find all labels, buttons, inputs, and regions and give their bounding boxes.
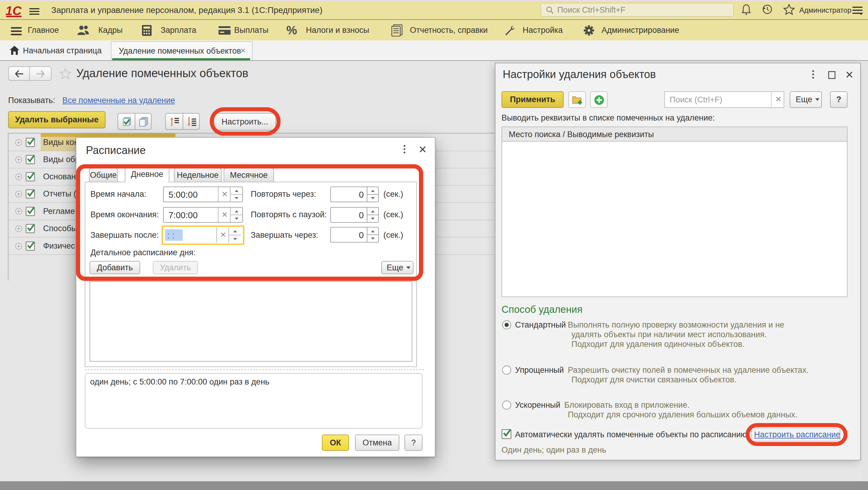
row-checkbox[interactable] [26, 241, 35, 251]
menu-item-vyplaty[interactable]: Выплаты [234, 20, 269, 40]
menu-item-otchetnost[interactable]: Отчетность, справки [410, 20, 488, 40]
end-time-spin-down[interactable] [230, 215, 243, 222]
row-checkbox[interactable] [26, 207, 35, 216]
add-button[interactable] [590, 91, 608, 108]
top-menu-icon[interactable] [29, 7, 39, 16]
uncheck-all-icon[interactable] [138, 117, 149, 127]
finish-after-spin-down[interactable] [229, 235, 241, 243]
radio-standard[interactable] [502, 320, 511, 329]
start-time-field[interactable]: 5:00:00 ✕ [163, 187, 243, 202]
check-all-icon[interactable] [122, 117, 132, 127]
cancel-button[interactable]: Отмена [355, 434, 399, 451]
expand-icon[interactable] [15, 190, 22, 198]
menu-item-kadry[interactable]: Кадры [98, 20, 123, 40]
nav-back-button[interactable] [8, 66, 30, 81]
expand-icon[interactable] [15, 173, 22, 181]
expand-icon[interactable] [15, 208, 22, 215]
finish-after-clear-icon[interactable]: ✕ [220, 231, 226, 239]
menu-item-nalogi[interactable]: Налоги и взносы [306, 20, 369, 40]
repeat-spin-down[interactable] [367, 195, 378, 202]
row-label: Отчеты ( [43, 189, 76, 198]
tab-home[interactable]: Начальная страница [23, 41, 101, 60]
start-time-value: 5:00:00 [168, 190, 198, 200]
grid-body[interactable] [501, 142, 847, 297]
expand-icon[interactable] [15, 243, 22, 250]
expand-icon[interactable] [15, 139, 22, 146]
sections-menu-icon[interactable] [11, 25, 22, 37]
home-icon[interactable] [9, 45, 20, 56]
expand-icon[interactable] [15, 156, 22, 163]
radio-simplified[interactable] [502, 366, 511, 375]
tab-active[interactable]: Удаление помеченных объектов × [111, 41, 253, 60]
panel-more-button[interactable]: Еще [789, 91, 822, 108]
panel-restore-icon[interactable] [828, 71, 835, 79]
schedule-link[interactable]: Настроить расписание [754, 430, 840, 439]
page-favorite-star-icon[interactable] [59, 67, 72, 80]
row-checkbox[interactable] [26, 155, 35, 164]
row-checkbox[interactable] [26, 172, 35, 181]
start-time-clear-icon[interactable]: ✕ [221, 190, 228, 198]
notifications-bell-icon[interactable] [741, 4, 752, 16]
dialog-kebab-icon[interactable] [403, 144, 406, 155]
dialog-tab-mesyachnoe[interactable]: Месячное [224, 168, 274, 182]
folder-add-icon [572, 95, 583, 105]
show-filter-link[interactable]: Все помеченные на удаление [62, 96, 175, 105]
remove-day-button[interactable]: Удалить [153, 261, 198, 274]
add-day-button[interactable]: Добавить [90, 261, 140, 274]
user-menu-icon[interactable] [852, 5, 863, 16]
dialog-help-button[interactable]: ? [404, 434, 423, 451]
menu-item-zarplata[interactable]: Зарплата [161, 20, 196, 40]
finish-in-spin-up[interactable] [367, 227, 378, 235]
end-time-field[interactable]: 7:00:00 ✕ [163, 207, 243, 223]
ok-button[interactable]: ОК [322, 434, 349, 451]
configure-button[interactable]: Настроить... [214, 113, 276, 130]
dialog-tab-obschie[interactable]: Общие [89, 168, 118, 182]
apply-button[interactable]: Применить [501, 91, 564, 108]
panel-search-clear-icon[interactable]: ✕ [775, 95, 782, 104]
auto-delete-checkbox[interactable] [501, 429, 512, 439]
global-search-input[interactable]: Поиск Ctrl+Shift+F [541, 3, 734, 17]
pause-spin-down[interactable] [367, 215, 378, 222]
dialog-tab-nedelnoe[interactable]: Недельное [174, 168, 221, 182]
folder-add-button[interactable] [568, 91, 586, 108]
panel-search-input[interactable]: Поиск (Ctrl+F) ✕ [664, 91, 784, 108]
row-checkbox[interactable] [26, 138, 35, 147]
repeat-field[interactable]: 0 [330, 187, 379, 202]
pause-field[interactable]: 0 [330, 207, 379, 223]
grid-header[interactable]: Место поиска / Выводимые реквизиты [501, 127, 847, 142]
finish-in-field[interactable]: 0 [330, 227, 379, 243]
history-icon[interactable] [762, 4, 773, 15]
nav-forward-button[interactable] [30, 66, 52, 81]
dialog-tab-dnevnoe[interactable]: Дневное [125, 165, 169, 182]
radio-simplified-label: Упрощенный [515, 366, 564, 375]
finish-after-field[interactable]: : : ✕ [161, 225, 244, 245]
pause-spin-up[interactable] [367, 208, 378, 215]
finish-after-spin-up[interactable] [229, 227, 241, 235]
menu-item-glavnoe[interactable]: Главное [28, 20, 59, 40]
end-time-clear-icon[interactable]: ✕ [221, 210, 228, 219]
sort-asc-icon[interactable] [169, 117, 180, 127]
delete-selected-button[interactable]: Удалить выбранные [8, 111, 105, 128]
panel-close-icon[interactable]: ✕ [845, 69, 854, 81]
finish-in-spin-down[interactable] [367, 235, 378, 242]
dialog-close-icon[interactable]: ✕ [418, 144, 427, 155]
panel-help-button[interactable]: ? [830, 91, 847, 108]
repeat-spin-up[interactable] [367, 187, 378, 194]
user-name[interactable]: Администратор [799, 1, 851, 19]
dialog-more-button[interactable]: Еще [381, 261, 413, 274]
sort-desc-icon[interactable] [187, 117, 197, 127]
menu-item-administrirovanie[interactable]: Администрирование [601, 20, 679, 40]
tab-close-icon[interactable]: × [241, 46, 245, 56]
start-time-spin-up[interactable] [230, 187, 243, 194]
expand-icon[interactable] [15, 225, 22, 232]
start-time-spin-down[interactable] [230, 195, 243, 202]
day-schedule-list[interactable] [90, 281, 412, 362]
favorites-star-icon[interactable] [783, 4, 795, 16]
row-checkbox[interactable] [26, 189, 35, 198]
dialog-splitter[interactable] [85, 369, 424, 370]
end-time-spin-up[interactable] [230, 208, 243, 215]
panel-kebab-icon[interactable] [811, 69, 815, 80]
radio-accelerated[interactable] [502, 400, 511, 409]
menu-item-nastroyka[interactable]: Настройка [523, 20, 563, 40]
row-checkbox[interactable] [26, 224, 35, 233]
